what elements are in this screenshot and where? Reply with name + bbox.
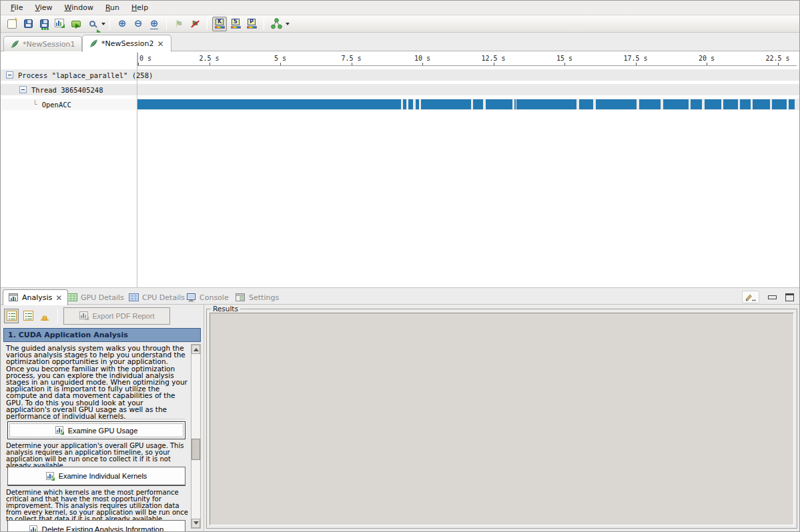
resume-button[interactable] [69,17,83,31]
zoom-source-button[interactable] [85,17,99,31]
openacc-activity-segment[interactable] [753,99,770,109]
openacc-activity-segment[interactable] [579,99,593,109]
openacc-activity-segment[interactable] [516,99,576,109]
scrollbar-thumb[interactable] [191,439,200,460]
tab-gpu-details[interactable]: GPU Details [62,290,129,305]
openacc-activity-segment[interactable] [723,99,738,109]
zoom-in-button[interactable]: ⊕ [115,17,129,31]
settings-icon [236,293,246,302]
menu-view[interactable]: View [29,1,58,14]
kernel-colormap-button[interactable]: K [212,17,227,31]
openacc-activity-segment[interactable] [421,99,471,109]
export-pdf-button[interactable]: Export PDF Report [63,307,170,325]
resume-icon [71,21,81,27]
ruler-tick-label: 5 s [274,55,286,62]
toolbar-separator [57,309,58,323]
guided-analysis-button[interactable] [4,309,19,323]
pencil-icon [745,293,756,301]
guided-list-icon [7,311,17,321]
menu-file[interactable]: File [5,1,29,14]
examine-gpu-usage-button[interactable]: Examine GPU Usage [7,421,185,439]
session-tab-1[interactable]: *NewSession1 [3,36,82,51]
clear-marks-button[interactable]: ⚑ [187,17,202,31]
tab-console[interactable]: Console [181,290,234,305]
openacc-activity-segment[interactable] [403,99,406,109]
openacc-activity-segment[interactable] [514,99,516,109]
tab-cpu-details[interactable]: CPU Details [123,290,190,305]
menu-run[interactable]: Run [99,1,125,14]
triangle-up-icon [193,345,199,351]
openacc-activity-segment[interactable] [691,99,702,109]
tree-label: Thread 3865405248 [31,86,103,94]
chevron-down-icon[interactable] [286,23,290,27]
cpu-details-icon [129,293,139,301]
menu-window[interactable]: Window [59,1,99,14]
tab-label: Analysis [22,293,52,302]
openacc-activity-segment[interactable] [705,99,721,109]
unguided-analysis-button[interactable] [21,309,35,323]
tree-row-process[interactable]: Process "laplace_parallel" (258) [1,69,137,81]
ruler-tick-label: 17.5 s [623,55,647,62]
back-up-button[interactable] [37,309,52,323]
chevron-down-icon[interactable] [101,23,105,27]
openacc-activity-segment[interactable] [408,99,413,109]
ruler-tick-label: 0 s [139,55,151,62]
openacc-activity-segment[interactable] [789,99,795,109]
minimize-icon[interactable] [768,295,777,299]
tree-row-openacc[interactable]: └ OpenACC [1,99,137,110]
openacc-activity-segment[interactable] [596,99,637,109]
openacc-activity-segment[interactable] [416,99,419,109]
close-icon[interactable]: ✕ [157,40,163,48]
openacc-activity-segment[interactable] [663,99,689,109]
tree-row-thread[interactable]: Thread 3865405248 [1,84,137,95]
generate-timeline-button[interactable] [53,17,67,31]
process-colormap-icon: P [246,19,258,29]
results-group: Results [206,305,797,529]
analysis-scrollbar[interactable] [191,344,201,529]
ruler-tick-mark [280,63,281,65]
ruler-tick-label: 20 s [699,55,715,62]
openacc-activity-segment[interactable] [486,99,512,109]
tab-analysis[interactable]: Analysis ✕ [3,289,68,305]
scroll-down-button[interactable] [191,519,200,528]
delete-analysis-button[interactable]: Delete Existing Analysis Information [7,520,185,532]
toolbar-separator [109,18,110,30]
stream-colormap-button[interactable]: S [228,17,243,31]
save-all-button[interactable] [37,17,51,31]
save-button[interactable] [21,17,35,31]
main-toolbar: ⊕ ⊖ ⊕ ⚑ ⚑ K S P [1,15,799,33]
zoom-out-icon: ⊖ [134,19,143,29]
analysis-button[interactable] [269,17,284,31]
collapse-icon[interactable] [19,86,27,93]
collapse-icon[interactable] [6,71,13,79]
new-session-button[interactable] [5,17,19,31]
zoom-reset-icon: ⊕ [150,19,159,29]
ruler-tick-mark [564,63,565,65]
timeline-editor: 0 s2.5 s5 s7.5 s10 s12.5 s15 s17.5 s20 s… [1,51,800,287]
openacc-activity-segment[interactable] [772,99,787,109]
scroll-up-button[interactable] [191,345,200,354]
tab-settings[interactable]: Settings [230,290,284,305]
zoom-reset-button[interactable]: ⊕ [147,17,161,31]
session-tab-2[interactable]: *NewSession2 ✕ [82,35,171,52]
process-colormap-button[interactable]: P [244,17,259,31]
stream-colormap-icon: S [230,19,242,29]
magnifier-run-icon [89,21,95,27]
divider [6,419,185,419]
save-icon [24,19,33,28]
chart-icon [46,472,55,481]
maximize-icon[interactable] [785,293,794,301]
analysis-pane: Export PDF Report 1. CUDA Application An… [1,305,204,532]
mark-timeline-button[interactable]: ⚑ [171,17,186,31]
flag-clear-icon: ⚑ [191,19,199,29]
openacc-activity-segment[interactable] [639,99,661,109]
openacc-activity-segment[interactable] [473,99,483,109]
close-icon[interactable]: ✕ [55,294,62,302]
openacc-activity-segment[interactable] [137,99,401,109]
openacc-activity-segment[interactable] [740,99,751,109]
view-menu-button[interactable] [742,291,759,303]
examine-kernels-button[interactable]: Examine Individual Kernels [7,467,185,486]
menu-help[interactable]: Help [125,1,154,14]
zoom-out-button[interactable]: ⊖ [131,17,145,31]
toolbar-separator [207,18,208,30]
